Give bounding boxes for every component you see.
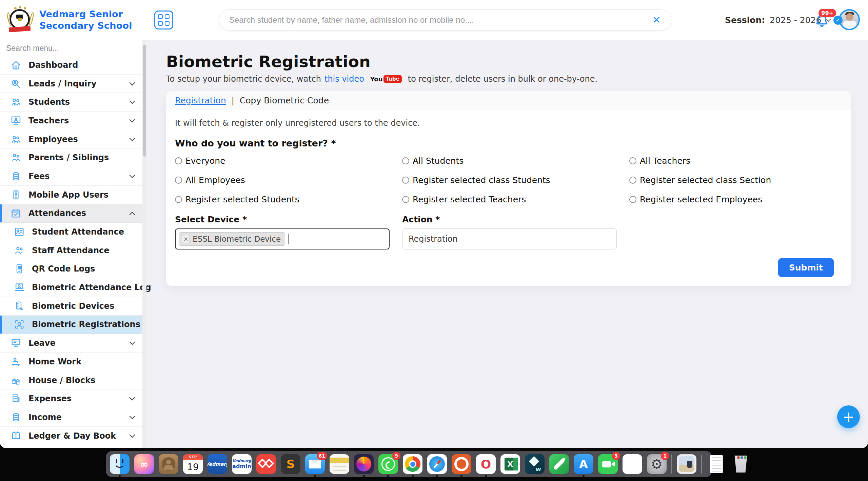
radio-register-selected-teachers[interactable]: Register selected Teachers: [402, 195, 629, 204]
sidebar-item-expenses[interactable]: Expenses: [0, 389, 142, 408]
add-button[interactable]: +: [837, 405, 860, 428]
radio-all-employees[interactable]: All Employees: [175, 175, 402, 185]
sidebar-item-ledger-day-book[interactable]: Ledger & Day Book: [0, 427, 142, 445]
sidebar-item-employees[interactable]: Employees: [0, 130, 142, 149]
select-device-input[interactable]: × ESSL Biometric Device: [175, 228, 390, 249]
dock-calendar[interactable]: SEP 19: [183, 454, 203, 474]
dock-finder[interactable]: [110, 454, 130, 474]
dock-vedmarg-app[interactable]: Vedmarg: [208, 454, 227, 474]
running-indicator: [363, 475, 365, 477]
contacts-icon: [159, 454, 178, 474]
radio-register-selected-class-section[interactable]: Register selected class Section: [629, 175, 843, 185]
dock-contacts[interactable]: [159, 454, 178, 474]
sidebar-item-parents-siblings[interactable]: Parents / Siblings: [0, 148, 142, 167]
radio-icon[interactable]: [175, 177, 182, 184]
radio-icon[interactable]: [629, 157, 636, 164]
radio-register-selected-students[interactable]: Register selected Students: [175, 195, 402, 204]
sidebar-item-leave[interactable]: Leave: [0, 334, 142, 353]
verified-badge-icon: ✓: [833, 16, 843, 25]
dock-trash[interactable]: [731, 454, 751, 474]
radio-everyone[interactable]: Everyone: [175, 156, 402, 166]
sidebar-item-dashboard[interactable]: Dashboard: [0, 56, 142, 75]
dock-whatsapp[interactable]: 9: [378, 454, 398, 474]
dock-filmora[interactable]: w: [525, 454, 545, 474]
expenses-icon: [10, 393, 22, 404]
sidebar-item-attendances[interactable]: Attendances: [0, 204, 142, 223]
sidebar-item-biometric-attendance-log[interactable]: Biometric Attendance Log: [0, 278, 142, 297]
chevron-down-icon: [130, 135, 135, 141]
radio-icon[interactable]: [629, 196, 636, 203]
radio-register-selected-class-students[interactable]: Register selected class Students: [402, 175, 629, 185]
sidebar-scrollbar[interactable]: [142, 40, 146, 448]
radio-icon[interactable]: [175, 157, 182, 164]
this-video-link[interactable]: this video: [324, 74, 364, 84]
dock-firefox[interactable]: [354, 454, 374, 474]
action-select[interactable]: Registration: [402, 228, 617, 249]
sidebar-item-label: Dashboard: [28, 60, 78, 70]
dock-notes[interactable]: [330, 454, 349, 474]
sidebar-item-student-attendance[interactable]: Student Attendance: [0, 223, 142, 241]
submit-button[interactable]: Submit: [778, 258, 834, 277]
sidebar-item-home-work[interactable]: Home Work: [0, 353, 142, 371]
chevron-up-icon: [130, 212, 135, 218]
global-search-input[interactable]: [229, 15, 652, 25]
dock-facetime[interactable]: 3: [598, 454, 618, 474]
dock-photos[interactable]: ∞: [134, 454, 154, 474]
income-icon: [10, 412, 22, 423]
windows-app-icon: [623, 454, 642, 474]
downloads-stack-icon: [677, 454, 696, 474]
radio-icon[interactable]: [402, 196, 409, 203]
dock-sublime-text[interactable]: S: [281, 454, 300, 474]
sidebar-item-fees[interactable]: Fees: [0, 167, 142, 186]
dock-excel[interactable]: X: [500, 454, 520, 474]
radio-icon[interactable]: [175, 196, 182, 203]
dock-mail[interactable]: 61: [305, 454, 325, 474]
sidebar-item-income[interactable]: Income: [0, 408, 142, 427]
running-indicator: [119, 475, 121, 477]
radio-register-selected-employees[interactable]: Register selected Employees: [629, 195, 843, 204]
tab-registration[interactable]: Registration: [175, 96, 226, 105]
dock-safari[interactable]: [427, 454, 447, 474]
dock-downloads-stack[interactable]: [677, 454, 696, 474]
dock-vedmarg-admin-app[interactable]: Vedmarg admin: [232, 454, 252, 474]
dock-chrome[interactable]: [403, 454, 422, 474]
radio-icon[interactable]: [629, 177, 636, 184]
dock-windows-app[interactable]: [623, 454, 642, 474]
school-brand[interactable]: Vedmarg Senior Secondary School: [0, 0, 146, 40]
sidebar-item-label: Biometric Registrations: [32, 320, 140, 329]
sidebar-item-biometric-devices[interactable]: Biometric Devices: [0, 297, 142, 316]
sidebar-item-staff-attendance[interactable]: Staff Attendance: [0, 241, 142, 260]
dock-pencil-app[interactable]: [549, 454, 569, 474]
sidebar-item-house-blocks[interactable]: House / Blocks: [0, 371, 142, 390]
sidebar-item-students[interactable]: Students: [0, 93, 142, 112]
dock-app-store[interactable]: A: [574, 454, 593, 474]
close-icon[interactable]: ✕: [652, 15, 661, 25]
registration-card: Registration | Copy Biometric Code It wi…: [166, 91, 851, 286]
tab-separator: |: [232, 96, 234, 105]
dock-anydesk[interactable]: [256, 454, 276, 474]
notifications-button[interactable]: 99+: [814, 10, 834, 31]
radio-icon[interactable]: [402, 177, 409, 184]
document-icon: [707, 454, 726, 474]
dock-opera[interactable]: O: [476, 454, 496, 474]
scrollbar-thumb[interactable]: [143, 45, 146, 157]
sidebar-item-biometric-registrations[interactable]: Biometric Registrations: [0, 316, 142, 334]
sidebar-item-leads-inquiry[interactable]: Leads / Inquiry: [0, 75, 142, 93]
sidebar-item-qr-code-logs[interactable]: QR Code Logs: [0, 260, 142, 279]
radio-all-teachers[interactable]: All Teachers: [629, 156, 843, 166]
menu-search-input[interactable]: [6, 44, 140, 53]
global-search: ✕: [219, 9, 671, 31]
chevron-down-icon: [130, 80, 135, 85]
dock-system-settings[interactable]: ⚙ 1: [647, 454, 667, 474]
facetime-badge: 3: [612, 452, 620, 460]
excel-icon: X: [500, 454, 520, 474]
radio-icon[interactable]: [402, 157, 409, 164]
sidebar-item-mobile-app-users[interactable]: Mobile App Users: [0, 186, 142, 204]
tab-copy-biometric-code[interactable]: Copy Biometric Code: [240, 96, 329, 105]
dock-duckduckgo[interactable]: [452, 454, 471, 474]
dock-document-stack[interactable]: [707, 454, 726, 474]
radio-all-students[interactable]: All Students: [402, 156, 629, 166]
sidebar-item-teachers[interactable]: Teachers: [0, 112, 142, 130]
apps-grid-icon[interactable]: [154, 11, 173, 29]
remove-tag-icon[interactable]: ×: [182, 235, 190, 243]
